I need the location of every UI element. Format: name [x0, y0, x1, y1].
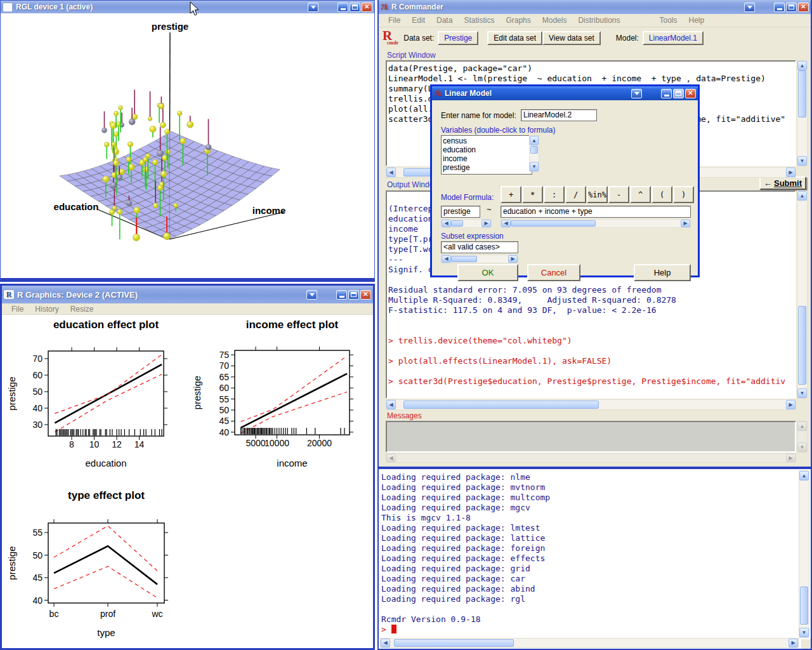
scroll-thumb[interactable]	[530, 146, 538, 154]
scroll-down-arrow[interactable]: ▼	[797, 156, 807, 166]
scroll-up-arrow[interactable]: ▲	[797, 191, 807, 201]
rgl-close-button[interactable]: ✕	[362, 3, 372, 12]
operator-button-*[interactable]: *	[522, 186, 543, 203]
commander-menu-file[interactable]: File	[383, 15, 406, 25]
graphics-dropdown-button[interactable]	[306, 290, 317, 300]
scroll-thumb[interactable]	[451, 220, 463, 227]
rgl-dropdown-button[interactable]	[308, 3, 318, 12]
console-text[interactable]: Loading required package: nlmeLoading re…	[380, 470, 797, 637]
graphics-menu-resize[interactable]: Resize	[65, 304, 100, 314]
commander-menu-models[interactable]: Models	[537, 15, 573, 25]
scroll-left-arrow[interactable]: ◀	[442, 255, 451, 263]
operator-button-^[interactable]: ^	[630, 186, 651, 203]
scroll-thumb[interactable]	[394, 639, 513, 647]
rgl-3d-scatterplot[interactable]: prestigeeducationincome	[1, 13, 374, 278]
scroll-thumb[interactable]	[800, 587, 808, 625]
commander-maximize-button[interactable]	[786, 3, 797, 12]
operator-button-+[interactable]: +	[501, 186, 521, 203]
scroll-thumb[interactable]	[403, 401, 599, 409]
messages-vertical-scrollbar[interactable]: ▲▼	[797, 421, 808, 453]
subset-scrollbar[interactable]: ◀▶	[441, 255, 518, 263]
formula-rhs-input[interactable]: education + income + type	[501, 206, 691, 218]
console-prompt[interactable]: >	[381, 625, 796, 635]
scroll-left-arrow[interactable]: ◀	[442, 220, 451, 227]
variables-scrollbar[interactable]: ▲▼	[529, 135, 539, 172]
edit-dataset-button[interactable]: Edit data set	[487, 31, 542, 45]
view-dataset-button[interactable]: View data set	[542, 31, 601, 45]
scroll-down-arrow[interactable]: ▼	[797, 442, 807, 452]
scroll-left-arrow[interactable]: ◀	[381, 639, 390, 647]
scroll-left-arrow[interactable]: ◀	[386, 454, 396, 462]
graphics-titlebar[interactable]: R R Graphics: Device 2 (ACTIVE) ✕	[2, 286, 373, 303]
model-button[interactable]: LinearModel.1	[643, 31, 704, 45]
rgl-maximize-button[interactable]	[350, 3, 360, 12]
scroll-down-arrow[interactable]: ▼	[799, 628, 809, 637]
scroll-right-arrow[interactable]: ▶	[786, 168, 796, 177]
messages-box[interactable]	[386, 421, 796, 453]
commander-menu-tools[interactable]: Tools	[653, 15, 683, 25]
dialog-close-button[interactable]: ✕	[685, 89, 696, 98]
formula-lhs-input[interactable]: prestige	[441, 206, 480, 218]
scroll-up-arrow[interactable]: ▲	[530, 136, 539, 145]
commander-menu-statistics[interactable]: Statistics	[458, 15, 500, 25]
output-horizontal-scrollbar[interactable]: ◀▶	[386, 399, 796, 410]
scroll-right-arrow[interactable]: ▶	[786, 400, 796, 409]
dataset-button[interactable]: Prestige	[438, 31, 478, 45]
script-vertical-scrollbar[interactable]: ▲▼	[797, 60, 808, 166]
variable-item-prestige[interactable]: prestige	[443, 163, 530, 172]
graphics-minimize-button[interactable]	[336, 290, 347, 300]
commander-close-button[interactable]: ✕	[798, 3, 809, 12]
rgl-minimize-button[interactable]	[337, 3, 348, 12]
dialog-maximize-button[interactable]	[673, 89, 684, 98]
commander-menu-edit[interactable]: Edit	[406, 15, 431, 25]
scroll-up-arrow[interactable]: ▲	[797, 421, 807, 431]
commander-minimize-button[interactable]	[774, 3, 785, 12]
graphics-maximize-button[interactable]	[348, 290, 359, 300]
scroll-up-arrow[interactable]: ▲	[797, 61, 807, 70]
scroll-right-arrow[interactable]: ▶	[786, 454, 796, 462]
scroll-up-arrow[interactable]: ▲	[799, 471, 809, 481]
scroll-right-arrow[interactable]: ▶	[789, 639, 798, 647]
scroll-thumb[interactable]	[511, 220, 596, 227]
variables-listbox[interactable]: censuseducationincomeprestige	[441, 135, 532, 175]
ok-button[interactable]: OK	[457, 264, 518, 281]
operator-button-:[interactable]: :	[544, 186, 565, 203]
help-button[interactable]: Help	[634, 264, 691, 281]
operator-button-/[interactable]: /	[565, 186, 586, 203]
scroll-left-arrow[interactable]: ◀	[386, 400, 396, 409]
graphics-menu-history[interactable]: History	[29, 304, 64, 314]
resize-grip[interactable]	[801, 639, 811, 649]
dialog-dropdown-button[interactable]	[631, 89, 642, 98]
operator-button--[interactable]: -	[608, 186, 629, 203]
variable-item-education[interactable]: education	[443, 145, 530, 154]
console-horizontal-scrollbar[interactable]: ◀▶	[380, 638, 799, 648]
scroll-right-arrow[interactable]: ▶	[681, 220, 690, 227]
messages-horizontal-scrollbar[interactable]: ◀▶	[386, 453, 796, 463]
commander-menu-graphs[interactable]: Graphs	[500, 15, 536, 25]
model-name-input[interactable]: LinearModel.2	[521, 109, 597, 121]
scroll-thumb[interactable]	[451, 256, 477, 262]
dialog-titlebar[interactable]: 7k Linear Model ✕	[432, 86, 698, 100]
cancel-button[interactable]: Cancel	[527, 264, 580, 281]
commander-dropdown-button[interactable]	[744, 3, 755, 12]
lhs-scrollbar[interactable]: ◀▶	[441, 219, 492, 228]
scroll-thumb[interactable]	[798, 306, 806, 385]
variable-item-census[interactable]: census	[443, 136, 530, 145]
scroll-left-arrow[interactable]: ◀	[501, 220, 511, 227]
subset-input[interactable]: <all valid cases>	[441, 241, 518, 253]
graphics-menu-file[interactable]: File	[6, 304, 29, 314]
rgl-titlebar[interactable]: RGL device 1 (active) ✕	[1, 1, 374, 13]
operator-button-)[interactable]: )	[673, 186, 694, 203]
operator-button-([interactable]: (	[652, 186, 672, 203]
scroll-thumb[interactable]	[798, 70, 806, 117]
output-vertical-scrollbar[interactable]: ▲▼	[797, 190, 808, 399]
scroll-down-arrow[interactable]: ▼	[797, 388, 807, 398]
scroll-right-arrow[interactable]: ▶	[508, 255, 518, 263]
scroll-down-arrow[interactable]: ▼	[530, 162, 539, 171]
dialog-minimize-button[interactable]	[661, 89, 672, 98]
graphics-close-button[interactable]: ✕	[360, 290, 371, 300]
operator-button-%in%[interactable]: %in%	[587, 186, 608, 203]
commander-menu-distributions[interactable]: Distributions	[572, 15, 625, 25]
commander-menu-help[interactable]: Help	[683, 15, 710, 25]
variable-item-income[interactable]: income	[443, 154, 530, 163]
